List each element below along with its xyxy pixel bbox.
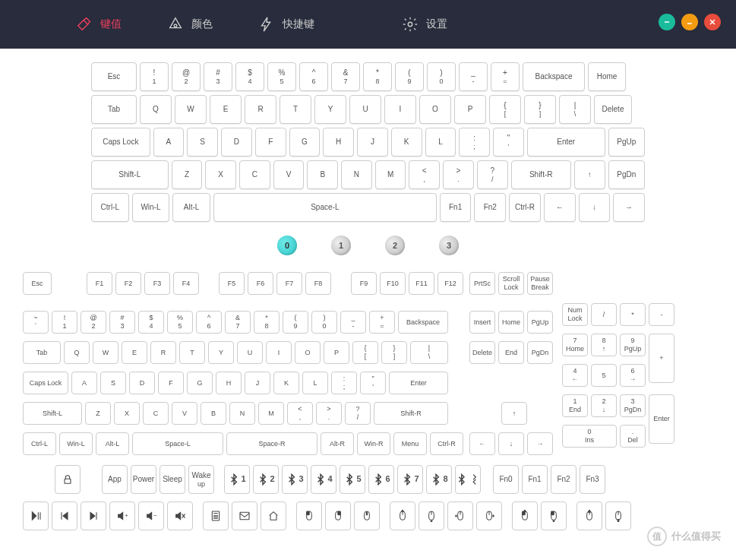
key-u[interactable]: U [237, 341, 263, 364]
key-mousem[interactable] [354, 501, 380, 530]
key-pgup[interactable]: PgUp [608, 128, 646, 157]
key-lock[interactable]: NumLock [562, 303, 588, 326]
key-6[interactable]: 6 [368, 465, 394, 494]
key-altl[interactable]: Alt-L [172, 193, 210, 222]
key-f10[interactable]: F10 [380, 272, 406, 295]
key-7[interactable]: &7 [225, 311, 251, 334]
key-power[interactable]: Power [131, 465, 156, 494]
key-z[interactable]: Z [85, 402, 111, 425]
key-[interactable]: ?/ [345, 402, 371, 425]
key-i[interactable]: I [266, 341, 292, 364]
key-[interactable]: += [369, 311, 395, 334]
key-u[interactable]: U [349, 95, 381, 124]
key-f3[interactable]: F3 [144, 272, 170, 295]
key-home[interactable]: 7Home [562, 334, 588, 356]
key-e[interactable]: E [122, 341, 147, 364]
key-mousedl[interactable] [541, 501, 567, 530]
key-0[interactable]: )0 [311, 311, 337, 334]
key-v[interactable]: V [172, 402, 197, 425]
key-d[interactable]: D [221, 128, 252, 157]
key-8[interactable]: 8 [426, 465, 452, 494]
layer-2[interactable]: 2 [385, 236, 405, 255]
key-[interactable]: <, [287, 402, 313, 425]
key-f1[interactable]: F1 [87, 272, 112, 295]
key-[interactable]: _- [459, 62, 488, 91]
layer-3[interactable]: 3 [439, 236, 459, 255]
key-e[interactable]: E [210, 95, 242, 124]
key-capslock[interactable]: Caps Lock [91, 128, 150, 157]
key-[interactable]: ↑ [501, 402, 527, 425]
key-btsw[interactable] [455, 465, 481, 494]
key-[interactable]: 4← [562, 364, 588, 387]
key-a[interactable]: A [153, 128, 185, 157]
key-q[interactable]: Q [140, 95, 172, 124]
key-[interactable]: :; [331, 372, 357, 394]
key-next[interactable] [81, 501, 106, 530]
key-b[interactable]: B [307, 160, 338, 189]
nav-keys[interactable]: 键值 [76, 16, 122, 33]
key-f[interactable]: F [255, 128, 286, 157]
key-2[interactable]: @2 [81, 311, 106, 334]
key-h[interactable]: H [323, 128, 354, 157]
key-enter[interactable]: Enter [389, 372, 448, 394]
key-x[interactable]: X [205, 160, 236, 189]
key-shiftr[interactable]: Shift-R [511, 160, 571, 189]
layer-0[interactable]: 0 [277, 236, 297, 255]
key-delete[interactable]: Delete [594, 95, 632, 124]
key-[interactable]: ~` [23, 311, 49, 334]
key-f4[interactable]: F4 [173, 272, 199, 295]
key-pgup[interactable]: 9PgUp [620, 334, 646, 356]
key-m[interactable]: M [375, 160, 406, 189]
key-[interactable]: |\ [559, 95, 591, 124]
key-[interactable]: ↓ [498, 432, 524, 455]
key-j[interactable]: J [245, 372, 270, 394]
key-2[interactable]: @2 [172, 62, 201, 91]
key-mail[interactable] [232, 501, 257, 530]
key-5[interactable]: 5 [340, 465, 365, 494]
key-mousert[interactable] [476, 501, 502, 530]
key-[interactable]: <, [409, 160, 440, 189]
key-r[interactable]: R [245, 95, 276, 124]
nav-settings[interactable]: 设置 [402, 16, 447, 33]
key-altr[interactable]: Alt-R [321, 432, 354, 455]
key-r[interactable]: R [150, 341, 176, 364]
key-[interactable]: → [527, 432, 553, 455]
key-ctrlr[interactable]: Ctrl-R [430, 432, 463, 455]
key-up[interactable]: Wakeup [188, 465, 214, 494]
key-f6[interactable]: F6 [248, 272, 273, 295]
key-3[interactable]: #3 [204, 62, 232, 91]
key-[interactable]: {[ [352, 341, 378, 364]
key-4[interactable]: $4 [235, 62, 264, 91]
key-y[interactable]: Y [314, 95, 346, 124]
key-fn1[interactable]: Fn1 [440, 193, 472, 222]
key-n[interactable]: N [229, 402, 255, 425]
key-[interactable]: - [649, 303, 674, 326]
nav-color[interactable]: 颜色 [167, 16, 213, 33]
key-del[interactable]: .Del [620, 425, 646, 448]
key-delete[interactable]: Delete [469, 341, 495, 364]
key-d[interactable]: D [129, 372, 155, 394]
key-[interactable]: >. [443, 160, 474, 189]
key-f7[interactable]: F7 [276, 272, 302, 295]
key-spacel[interactable]: Space-L [213, 193, 437, 222]
key-voldown[interactable]: − [138, 501, 164, 530]
key-7[interactable]: 7 [397, 465, 423, 494]
key-c[interactable]: C [143, 402, 169, 425]
key-sleep[interactable]: Sleep [160, 465, 185, 494]
key-pgdn[interactable]: PgDn [608, 160, 645, 189]
key-esc[interactable]: Esc [91, 62, 137, 91]
key-p[interactable]: P [324, 341, 349, 364]
key-n[interactable]: N [341, 160, 372, 189]
key-pgdn[interactable]: PgDn [527, 341, 553, 364]
key-4[interactable]: 4 [311, 465, 336, 494]
key-i[interactable]: I [384, 95, 416, 124]
key-f5[interactable]: F5 [219, 272, 245, 295]
key-winl[interactable]: Win-L [132, 193, 170, 222]
layer-1[interactable]: 1 [331, 236, 351, 255]
key-home[interactable]: Home [588, 62, 626, 91]
key-f11[interactable]: F11 [409, 272, 434, 295]
key-end[interactable]: 1End [562, 394, 588, 417]
key-8[interactable]: *8 [363, 62, 392, 91]
key-[interactable]: {[ [489, 95, 521, 124]
key-[interactable]: >. [316, 402, 342, 425]
